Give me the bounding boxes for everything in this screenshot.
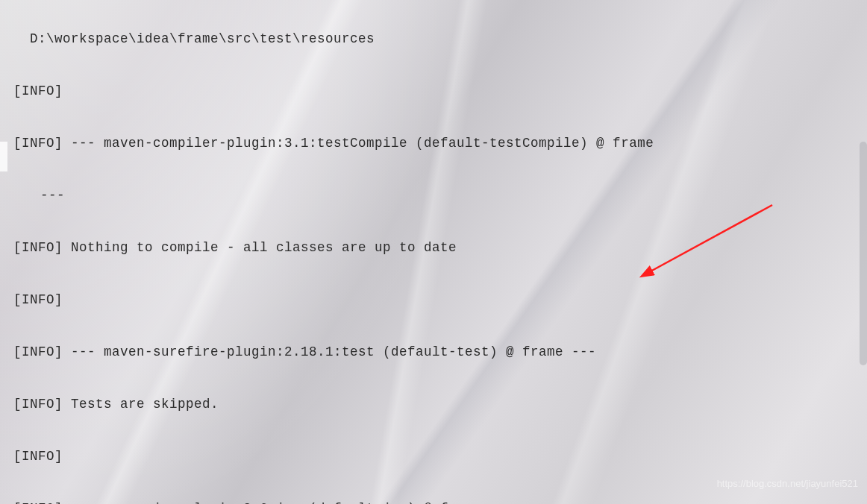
output-line: [INFO]	[13, 78, 867, 104]
watermark-text: https://blog.csdn.net/jiayunfei521	[717, 470, 858, 497]
output-line: [INFO] --- maven-surefire-plugin:2.18.1:…	[13, 339, 867, 365]
terminal-output: D:\workspace\idea\frame\src\test\resourc…	[13, 0, 867, 504]
output-line: [INFO]	[13, 287, 867, 313]
output-line: [INFO]	[13, 444, 867, 470]
output-line: D:\workspace\idea\frame\src\test\resourc…	[13, 26, 867, 52]
output-line: [INFO] --- maven-compiler-plugin:3.1:tes…	[13, 130, 867, 157]
output-line: [INFO] Nothing to compile - all classes …	[13, 235, 867, 261]
output-line: [INFO] --- maven-jar-plugin:2.6:jar (def…	[13, 496, 867, 504]
output-line: [INFO] Tests are skipped.	[13, 391, 867, 418]
scrollbar[interactable]	[860, 142, 867, 365]
left-edge-decoration	[0, 142, 7, 171]
output-line: ---	[13, 183, 867, 209]
